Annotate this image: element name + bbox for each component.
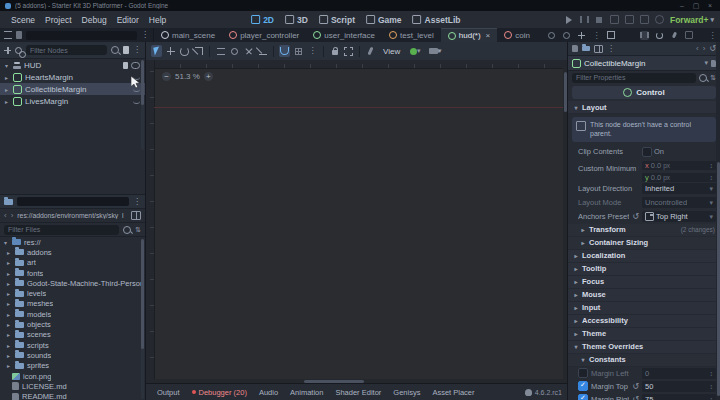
spinner-icon[interactable]: ↕: [710, 396, 714, 400]
attach-script-button[interactable]: [123, 46, 129, 54]
tab-main-scene[interactable]: main_scene: [154, 28, 222, 42]
filter-nodes-input[interactable]: [26, 45, 107, 55]
menu-help[interactable]: Help: [144, 15, 171, 25]
spinner-icon[interactable]: ↕: [710, 370, 714, 377]
margin-right-field[interactable]: 75↕: [642, 394, 716, 400]
zoom-in-button[interactable]: +: [204, 72, 213, 81]
revert-icon[interactable]: ↺: [632, 212, 639, 221]
tab-asset-placer[interactable]: Asset Placer: [427, 388, 479, 397]
pause-button[interactable]: [580, 15, 589, 24]
tab-genisys[interactable]: Genisys: [388, 388, 425, 397]
scene-dock-tab-icon[interactable]: [16, 31, 22, 39]
rotate-tool-button[interactable]: [179, 45, 190, 57]
minimize-button[interactable]: –: [677, 0, 687, 11]
filter-files-input[interactable]: [4, 225, 119, 235]
close-button[interactable]: ×: [705, 0, 715, 11]
visibility-toggle-icon[interactable]: [131, 62, 140, 69]
scale-tool-button[interactable]: [193, 45, 204, 57]
back-icon[interactable]: ‹: [4, 211, 7, 220]
layout-direction-dropdown[interactable]: Inherited▾: [642, 183, 716, 194]
select-tool-button[interactable]: [151, 45, 162, 57]
smart-snap-button[interactable]: [279, 45, 290, 57]
section-mouse[interactable]: ▸Mouse: [568, 289, 720, 302]
pivot-tool-button[interactable]: [229, 45, 240, 57]
filesystem-menu-icon[interactable]: ⋮: [133, 198, 141, 206]
override-checkbox[interactable]: [578, 368, 588, 378]
file-row[interactable]: ▸sounds: [0, 350, 145, 360]
play-custom-scene-button[interactable]: [640, 15, 649, 24]
history-forward-icon[interactable]: ›: [703, 44, 706, 53]
preview-environment-button[interactable]: ▾: [407, 45, 423, 57]
movie-maker-button[interactable]: [655, 15, 664, 24]
tab-debugger[interactable]: Debugger (20): [187, 388, 252, 397]
workspace-assetlib[interactable]: AssetLib: [413, 15, 461, 25]
play-current-scene-button[interactable]: [625, 15, 634, 24]
layout-mode-dropdown[interactable]: Uncontrolled▾: [642, 197, 716, 208]
class-header-control[interactable]: Control: [572, 86, 716, 99]
split-mode-icon[interactable]: [131, 211, 141, 220]
workspace-2d[interactable]: 2D: [251, 15, 274, 25]
inspector-scrollbar[interactable]: [716, 42, 720, 400]
min-size-y-field[interactable]: y0.0px↕: [642, 173, 716, 182]
override-checkbox[interactable]: [578, 394, 588, 400]
section-theme[interactable]: ▸Theme: [568, 328, 720, 341]
grid-snap-button[interactable]: [293, 45, 304, 57]
workspace-game[interactable]: Game: [366, 15, 402, 25]
tab-animation[interactable]: Animation: [285, 388, 328, 397]
menu-debug[interactable]: Debug: [77, 15, 112, 25]
revert-icon[interactable]: ↺: [632, 382, 639, 391]
min-size-x-field[interactable]: x0.0px↕: [642, 161, 716, 170]
dock-menu-icon[interactable]: [4, 31, 12, 39]
distraction-free-button[interactable]: [640, 31, 649, 40]
file-row-root[interactable]: ▾res://: [0, 237, 145, 247]
file-row[interactable]: ▸meshes: [0, 299, 145, 309]
view-menu[interactable]: View: [379, 47, 404, 56]
menu-project[interactable]: Project: [40, 15, 76, 25]
inspected-node-selector[interactable]: CollectibleMargin ▾: [568, 56, 720, 71]
section-focus[interactable]: ▸Focus: [568, 276, 720, 289]
margin-left-field[interactable]: 0↕: [642, 368, 716, 379]
extra-resource-icon[interactable]: [594, 45, 603, 53]
history-back-icon[interactable]: ‹: [696, 44, 699, 53]
screenshot-icon[interactable]: [685, 31, 694, 40]
pan-tool-button[interactable]: [243, 45, 254, 57]
section-constants[interactable]: ▾Constants: [568, 354, 720, 367]
file-row[interactable]: README.md: [0, 391, 145, 400]
file-row[interactable]: ▸addons: [0, 247, 145, 257]
filesystem-scrollbar[interactable]: [141, 239, 144, 399]
maximize-button[interactable]: ▢: [691, 0, 701, 11]
section-accessibility[interactable]: ▸Accessibility: [568, 315, 720, 328]
expand-icon[interactable]: ▸: [3, 74, 10, 81]
stop-button[interactable]: [595, 15, 604, 24]
dock-tab-area[interactable]: [26, 31, 137, 40]
file-row[interactable]: ▸Godot-State-Machine-Third-Person...: [0, 278, 145, 288]
canvas-2d[interactable]: − 51.3 % +: [146, 60, 568, 384]
remote-debug-button[interactable]: [610, 15, 619, 24]
zoom-level[interactable]: 51.3 %: [175, 72, 200, 81]
file-row[interactable]: ▸levels: [0, 288, 145, 298]
section-container-sizing[interactable]: ▸Container Sizing: [568, 237, 720, 250]
close-tab-icon[interactable]: ×: [486, 31, 491, 40]
menu-scene[interactable]: Scene: [6, 15, 40, 25]
expand-icon[interactable]: ▸: [3, 98, 10, 105]
spinner-icon[interactable]: ↕: [710, 162, 714, 169]
tree-row-collectiblemargin[interactable]: ▸ CollectibleMargin: [0, 83, 145, 95]
zoom-out-button[interactable]: −: [162, 72, 171, 81]
load-resource-icon[interactable]: [582, 46, 590, 51]
clip-contents-checkbox[interactable]: [642, 147, 652, 157]
tab-coin[interactable]: coin: [497, 28, 537, 42]
visibility-toggle-icon[interactable]: [133, 99, 140, 104]
menu-editor[interactable]: Editor: [112, 15, 144, 25]
anchors-preset-dropdown[interactable]: Top Right▾: [642, 211, 716, 222]
instance-scene-button[interactable]: [15, 47, 22, 54]
file-row[interactable]: ▸scripts: [0, 340, 145, 350]
workspace-script[interactable]: Script: [319, 15, 355, 25]
spinner-icon[interactable]: ↕: [710, 174, 714, 181]
update-spinner-icon[interactable]: [655, 31, 664, 40]
section-localization[interactable]: ▸Localization: [568, 250, 720, 263]
script-icon[interactable]: [123, 62, 128, 69]
camera-override-button[interactable]: ▾: [426, 45, 444, 57]
send-feedback-icon[interactable]: [670, 31, 679, 40]
file-row[interactable]: ▸objects: [0, 319, 145, 329]
tab-audio[interactable]: Audio: [254, 388, 283, 397]
